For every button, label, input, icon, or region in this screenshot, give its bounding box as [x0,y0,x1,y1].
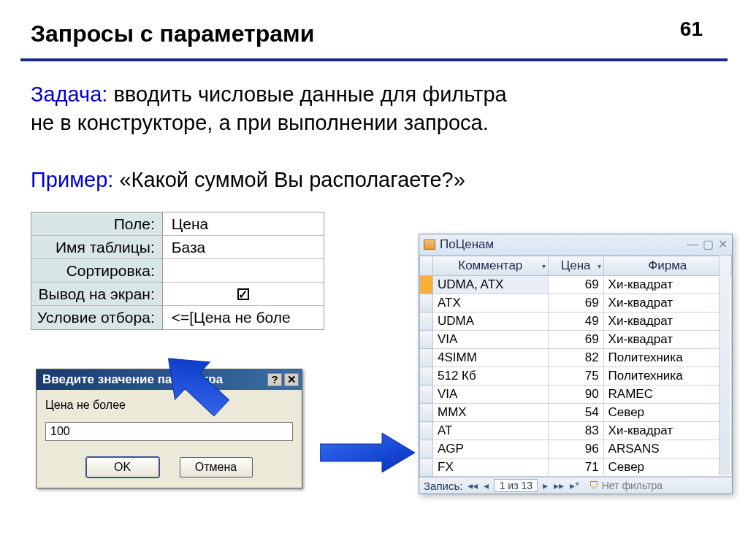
cell-price[interactable]: 96 [548,440,603,459]
table-row[interactable]: FX71Север [420,459,732,477]
table-row[interactable]: VIA69Хи-квадрат [420,331,732,349]
cell-price[interactable]: 69 [548,294,603,312]
minimize-icon[interactable]: — [687,239,698,250]
cell-price[interactable]: 82 [548,349,603,367]
row-selector[interactable] [420,294,433,312]
cell-firm[interactable]: Хи-квадрат [603,422,731,440]
table-row[interactable]: UDMA, ATX69Хи-квадрат [420,276,732,294]
dialog-help-button[interactable]: ? [267,373,282,386]
cell-firm[interactable]: Политехника [603,349,731,367]
cell-comment[interactable]: UDMA [433,312,549,331]
cell-firm[interactable]: Север [603,404,731,422]
maximize-icon[interactable]: ▢ [703,239,714,250]
label-sort: Сортировка: [31,259,162,283]
row-selector[interactable] [420,276,433,294]
parameter-input[interactable] [45,422,293,441]
cell-firm[interactable]: Политехника [603,367,731,386]
vertical-scrollbar[interactable] [719,256,730,475]
cell-price[interactable]: 90 [548,386,603,404]
cancel-button[interactable]: Отмена [180,457,253,477]
row-selector[interactable] [420,349,433,367]
row-selector[interactable] [420,331,433,349]
table-row[interactable]: VIA90RAMEC [420,386,732,404]
nav-next-icon[interactable]: ▸ [542,480,549,491]
datasheet-title: ПоЦенам [440,237,682,252]
design-values-column[interactable]: Цена База <=[Цена не боле [163,212,324,329]
datasheet-titlebar[interactable]: ПоЦенам — ▢ ✕ [419,234,732,256]
slide-heading: Запросы с параметрами [31,20,314,47]
table-row[interactable]: AT83Хи-квадрат [420,422,732,440]
row-selector[interactable] [420,404,433,422]
cell-comment[interactable]: FX [433,459,549,477]
col-header-price[interactable]: Цена▾ [548,256,603,276]
table-row[interactable]: 512 Кб75Политехника [420,367,732,386]
col-header-comment[interactable]: Комментар▾ [433,256,549,276]
row-selector[interactable] [420,422,433,440]
nav-label: Запись: [424,480,462,492]
cell-firm[interactable]: ARSANS [603,440,731,459]
arrow-icon [320,431,415,475]
row-selector[interactable] [420,459,433,477]
nav-last-icon[interactable]: ▸▸ [553,480,565,491]
value-table[interactable]: База [163,236,324,259]
cell-price[interactable]: 83 [548,422,603,440]
close-icon[interactable]: ✕ [718,239,728,250]
value-sort[interactable] [163,259,324,283]
cell-firm[interactable]: Хи-квадрат [603,294,731,312]
row-selector[interactable] [420,386,433,404]
cell-comment[interactable]: MMX [433,404,549,422]
cell-comment[interactable]: ATX [433,294,549,312]
value-show[interactable] [163,283,324,306]
cell-comment[interactable]: 4SIMM [433,349,549,367]
design-row-labels: Поле: Имя таблицы: Сортировка: Вывод на … [31,212,163,329]
results-table[interactable]: Комментар▾ Цена▾ Фирма UDMA, ATX69Хи-ква… [419,256,732,477]
cell-price[interactable]: 49 [548,312,603,331]
dialog-close-button[interactable]: ✕ [284,373,299,386]
cell-price[interactable]: 71 [548,459,603,477]
label-field: Поле: [31,212,162,236]
dialog-titlebar[interactable]: Введите значение параметра ? ✕ [37,369,302,390]
nav-position-input[interactable]: 1 из 13 [494,479,538,492]
row-selector[interactable] [420,440,433,459]
value-criteria[interactable]: <=[Цена не боле [163,306,324,329]
record-navigator[interactable]: Запись: ◂◂ ◂ 1 из 13 ▸ ▸▸ ▸* Нет фильтра [419,477,732,494]
cell-comment[interactable]: VIA [433,331,549,349]
svg-marker-1 [320,433,415,472]
task-line-1: вводить числовые данные для фильтра [107,83,506,106]
task-label: Задача: [31,83,107,106]
cell-comment[interactable]: 512 Кб [433,367,549,386]
cell-firm[interactable]: RAMEC [603,386,731,404]
cell-comment[interactable]: AGP [433,440,549,459]
cell-price[interactable]: 54 [548,404,603,422]
table-row[interactable]: ATX69Хи-квадрат [420,294,732,312]
row-selector[interactable] [420,312,433,331]
cell-firm[interactable]: Хи-квадрат [603,276,731,294]
dialog-title-text: Введите значение параметра [42,372,265,387]
table-row[interactable]: 4SIMM82Политехника [420,349,732,367]
parameter-dialog: Введите значение параметра ? ✕ Цена не б… [36,369,302,488]
show-checkbox-checked-icon[interactable] [237,288,249,300]
cell-firm[interactable]: Хи-квадрат [603,331,731,349]
cell-comment[interactable]: VIA [433,386,549,404]
cell-price[interactable]: 75 [548,367,603,386]
cell-price[interactable]: 69 [548,331,603,349]
col-header-firm[interactable]: Фирма [603,256,731,276]
nav-first-icon[interactable]: ◂◂ [467,480,478,491]
cell-price[interactable]: 69 [548,276,603,294]
row-selector-header[interactable] [420,256,433,276]
chevron-down-icon[interactable]: ▾ [542,262,546,270]
value-field[interactable]: Цена [163,212,324,236]
table-row[interactable]: UDMA49Хи-квадрат [420,312,732,331]
no-filter-label[interactable]: Нет фильтра [589,480,663,491]
nav-prev-icon[interactable]: ◂ [483,480,489,491]
cell-firm[interactable]: Север [603,459,731,477]
chevron-down-icon[interactable]: ▾ [598,262,601,270]
nav-new-icon[interactable]: ▸* [569,480,579,491]
cell-comment[interactable]: AT [433,422,549,440]
cell-firm[interactable]: Хи-квадрат [603,312,731,331]
table-row[interactable]: MMX54Север [420,404,732,422]
table-row[interactable]: AGP96ARSANS [420,440,732,459]
ok-button[interactable]: OK [86,457,159,477]
row-selector[interactable] [420,367,433,386]
cell-comment[interactable]: UDMA, ATX [433,276,549,294]
